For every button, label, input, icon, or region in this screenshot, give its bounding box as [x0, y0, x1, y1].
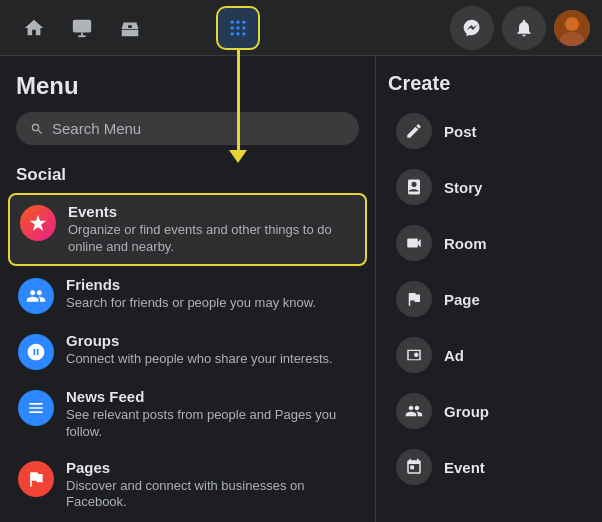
menu-item-events[interactable]: Events Organize or find events and other… — [8, 193, 367, 266]
menu-item-newsfeed[interactable]: News Feed See relevant posts from people… — [8, 380, 367, 449]
post-label: Post — [444, 123, 477, 140]
create-story[interactable]: Story — [388, 159, 590, 215]
newsfeed-desc: See relevant posts from people and Pages… — [66, 407, 357, 441]
svg-point-9 — [231, 32, 234, 35]
room-icon — [396, 225, 432, 261]
newsfeed-icon — [18, 390, 54, 426]
menu-title: Menu — [8, 72, 367, 112]
page-icon — [396, 281, 432, 317]
ad-icon — [396, 337, 432, 373]
svg-point-13 — [565, 17, 579, 31]
events-desc: Organize or find events and other things… — [68, 222, 355, 256]
newsfeed-text: News Feed See relevant posts from people… — [66, 388, 357, 441]
events-text: Events Organize or find events and other… — [68, 203, 355, 256]
marketplace-icon[interactable] — [108, 6, 152, 50]
room-label: Room — [444, 235, 487, 252]
topbar-left — [12, 6, 152, 50]
groups-title: Groups — [66, 332, 357, 349]
groups-text: Groups Connect with people who share you… — [66, 332, 357, 368]
svg-point-6 — [231, 26, 234, 29]
friends-text: Friends Search for friends or people you… — [66, 276, 357, 312]
right-panel: Create Post Story — [375, 56, 602, 522]
topbar — [0, 0, 602, 56]
main-content: Menu Social Events Organize or find even… — [0, 56, 602, 522]
messenger-icon[interactable] — [450, 6, 494, 50]
menu-item-groups[interactable]: Groups Connect with people who share you… — [8, 324, 367, 378]
svg-point-11 — [242, 32, 245, 35]
create-ad[interactable]: Ad — [388, 327, 590, 383]
pages-desc: Discover and connect with businesses on … — [66, 478, 357, 512]
friends-title: Friends — [66, 276, 357, 293]
create-event[interactable]: Event — [388, 439, 590, 495]
topbar-right — [450, 6, 590, 50]
create-post[interactable]: Post — [388, 103, 590, 159]
groups-icon — [18, 334, 54, 370]
left-panel: Menu Social Events Organize or find even… — [0, 56, 375, 522]
svg-point-10 — [236, 32, 239, 35]
menu-grid-icon[interactable] — [216, 6, 260, 50]
search-input[interactable] — [52, 120, 345, 137]
story-icon — [396, 169, 432, 205]
watch-icon[interactable] — [60, 6, 104, 50]
avatar[interactable] — [554, 10, 590, 46]
ad-label: Ad — [444, 347, 464, 364]
friends-desc: Search for friends or people you may kno… — [66, 295, 357, 312]
create-room[interactable]: Room — [388, 215, 590, 271]
svg-point-3 — [231, 20, 234, 23]
friends-icon — [18, 278, 54, 314]
svg-point-5 — [242, 20, 245, 23]
create-title: Create — [388, 72, 590, 95]
notifications-icon[interactable] — [502, 6, 546, 50]
group-icon — [396, 393, 432, 429]
group-label: Group — [444, 403, 489, 420]
page-label: Page — [444, 291, 480, 308]
story-label: Story — [444, 179, 482, 196]
menu-item-friends[interactable]: Friends Search for friends or people you… — [8, 268, 367, 322]
svg-point-4 — [236, 20, 239, 23]
post-icon — [396, 113, 432, 149]
groups-desc: Connect with people who share your inter… — [66, 351, 357, 368]
create-page[interactable]: Page — [388, 271, 590, 327]
svg-point-7 — [236, 26, 239, 29]
search-bar[interactable] — [16, 112, 359, 145]
svg-rect-0 — [73, 19, 91, 32]
events-icon — [20, 205, 56, 241]
svg-point-8 — [242, 26, 245, 29]
search-icon — [30, 122, 44, 136]
menu-item-pages[interactable]: Pages Discover and connect with business… — [8, 451, 367, 520]
pages-icon — [18, 461, 54, 497]
newsfeed-title: News Feed — [66, 388, 357, 405]
events-title: Events — [68, 203, 355, 220]
social-section-label: Social — [8, 161, 367, 193]
pages-text: Pages Discover and connect with business… — [66, 459, 357, 512]
pages-title: Pages — [66, 459, 357, 476]
create-group[interactable]: Group — [388, 383, 590, 439]
home-icon[interactable] — [12, 6, 56, 50]
event-label: Event — [444, 459, 485, 476]
event-icon — [396, 449, 432, 485]
